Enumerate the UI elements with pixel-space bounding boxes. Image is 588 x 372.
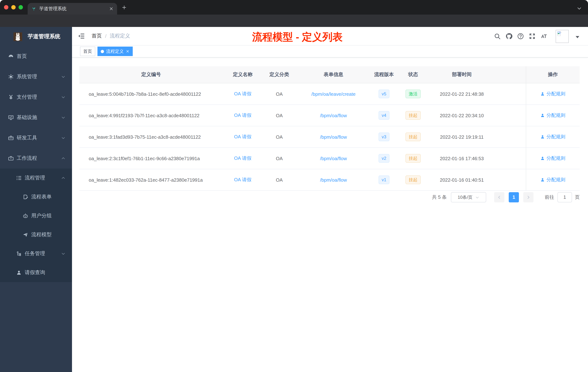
cell-action: 分配规则 — [526, 169, 580, 191]
cell-filler — [494, 169, 526, 191]
sidebar-item-流程表单[interactable]: 流程表单 — [0, 187, 72, 206]
cell-id: oa_leave:1:482ec033-762a-11ec-8477-a2380… — [79, 169, 223, 191]
breadcrumb-separator: / — [105, 33, 106, 39]
assign-rule-link[interactable]: 分配规则 — [540, 134, 566, 140]
sidebar-item-任务管理[interactable]: 任务管理 — [0, 244, 72, 263]
cell-name: OA 请假 — [223, 105, 262, 126]
font-size-icon[interactable] — [540, 33, 547, 40]
goto-page-input[interactable] — [557, 192, 572, 202]
assign-rule-link[interactable]: 分配规则 — [540, 91, 566, 97]
minimize-window-button[interactable] — [11, 5, 16, 10]
tab-search-chevron-icon[interactable] — [577, 6, 582, 11]
tag-label: 首页 — [83, 48, 92, 55]
form-link[interactable]: /bpm/oa/flow — [320, 156, 347, 161]
cell-status: 激活 — [397, 83, 429, 105]
name-link[interactable]: OA 请假 — [234, 177, 251, 182]
sidebar-logo[interactable]: 芋道管理系统 — [0, 27, 72, 46]
maximize-window-button[interactable] — [19, 5, 23, 10]
cell-version: v3 — [371, 126, 397, 148]
column-header-部署时间: 部署时间 — [429, 66, 494, 83]
column-header-表单信息: 表单信息 — [296, 66, 371, 83]
sidebar-item-流程模型[interactable]: 流程模型 — [0, 225, 72, 244]
sidebar-item-label: 任务管理 — [25, 251, 45, 257]
robot-icon — [22, 213, 28, 219]
browser-toolbar: 不安全 dashboard.yudao.iocoder.cn/bpm/manag… — [0, 15, 588, 27]
table-row: oa_leave:5:004b710b-7b8a-11ec-8ef0-acde4… — [79, 83, 580, 105]
form-doc-icon — [22, 194, 28, 200]
breadcrumb-home[interactable]: 首页 — [92, 33, 102, 39]
name-link[interactable]: OA 请假 — [234, 134, 251, 139]
gear-icon — [8, 74, 14, 80]
sidebar-item-流程管理[interactable]: 流程管理 — [0, 169, 72, 187]
user-icon — [540, 135, 545, 139]
tag-close-icon[interactable] — [126, 50, 129, 53]
sidebar-item-支付管理[interactable]: 支付管理 — [0, 87, 72, 107]
assign-rule-link[interactable]: 分配规则 — [540, 112, 566, 119]
name-link[interactable]: OA 请假 — [234, 91, 251, 97]
assign-rule-link[interactable]: 分配规则 — [540, 176, 566, 183]
github-icon[interactable] — [505, 33, 512, 40]
tag-首页[interactable]: 首页 — [80, 47, 95, 56]
cell-form: /bpm/oa/flow — [296, 105, 371, 126]
cell-category: OA — [262, 148, 296, 169]
sidebar-item-基础设施[interactable]: 基础设施 — [0, 107, 72, 128]
status-badge: 激活 — [405, 89, 421, 98]
sidebar-item-label: 流程表单 — [31, 194, 52, 200]
next-page-button[interactable] — [523, 192, 534, 202]
tab-close-icon[interactable] — [109, 7, 114, 11]
column-header-流程版本: 流程版本 — [371, 66, 397, 83]
name-link[interactable]: OA 请假 — [234, 155, 251, 161]
cell-version: v4 — [371, 105, 397, 126]
cell-name: OA 请假 — [223, 83, 262, 105]
fullscreen-icon[interactable] — [529, 33, 536, 40]
version-badge: v5 — [378, 89, 389, 98]
browser-tab[interactable]: 芋道管理系统 — [28, 3, 117, 15]
browser-tab-strip: 芋道管理系统 — [0, 0, 588, 15]
cell-name: OA 请假 — [223, 169, 262, 191]
name-link[interactable]: OA 请假 — [234, 112, 251, 118]
cell-version: v5 — [371, 83, 397, 105]
prev-page-button[interactable] — [494, 192, 504, 202]
chevron-down-icon — [61, 136, 65, 140]
page-size-select[interactable]: 10条/页 — [451, 192, 486, 202]
sidebar-item-首页[interactable]: 首页 — [0, 46, 72, 67]
breadcrumb-current: 流程定义 — [110, 33, 130, 39]
form-link[interactable]: /bpm/oa/flow — [320, 113, 347, 118]
assign-rule-link[interactable]: 分配规则 — [540, 155, 566, 162]
sidebar-item-用户分组[interactable]: 用户分组 — [0, 206, 72, 225]
current-page-button[interactable]: 1 — [509, 192, 519, 202]
cell-category: OA — [262, 169, 296, 191]
help-icon[interactable] — [517, 33, 524, 40]
cell-filler — [494, 148, 526, 169]
sidebar-item-工作流程[interactable]: 工作流程 — [0, 148, 72, 169]
version-badge: v2 — [378, 154, 389, 163]
tag-流程定义[interactable]: 流程定义 — [97, 47, 133, 56]
close-window-button[interactable] — [4, 5, 8, 10]
search-icon[interactable] — [494, 33, 501, 40]
table-header-row: 定义编号定义名称定义分类表单信息流程版本状态部署时间操作 — [79, 66, 580, 83]
form-link[interactable]: /bpm/oa/flow — [320, 177, 347, 183]
pagination-total: 共 5 条 — [432, 192, 447, 202]
new-tab-button[interactable] — [121, 5, 127, 10]
version-badge: v3 — [378, 132, 389, 141]
form-link[interactable]: /bpm/oa/flow — [320, 134, 347, 140]
broken-image-icon — [557, 31, 562, 36]
cell-deployed: 2022-01-22 21:48:38 — [429, 83, 494, 105]
cell-filler — [494, 83, 526, 105]
sidebar-item-研发工具[interactable]: 研发工具 — [0, 128, 72, 148]
cell-deployed: 2022-01-16 01:40:51 — [429, 169, 494, 191]
sidebar-collapse-button[interactable] — [78, 33, 85, 40]
org-tree-icon — [16, 251, 22, 257]
annotation-title: 流程模型 - 定义列表 — [231, 30, 364, 44]
sidebar-item-请假查询[interactable]: 请假查询 — [0, 263, 72, 282]
cell-name: OA 请假 — [223, 148, 262, 169]
cell-status: 挂起 — [397, 148, 429, 169]
user-menu-caret-icon[interactable] — [576, 36, 579, 38]
user-avatar[interactable] — [556, 30, 569, 43]
cell-action: 分配规则 — [526, 105, 580, 126]
form-link[interactable]: /bpm/oa/leave/create — [311, 91, 356, 97]
user-icon — [16, 270, 22, 275]
sidebar-item-label: 系统管理 — [17, 74, 37, 80]
cell-action: 分配规则 — [526, 83, 580, 105]
sidebar-item-系统管理[interactable]: 系统管理 — [0, 67, 72, 87]
